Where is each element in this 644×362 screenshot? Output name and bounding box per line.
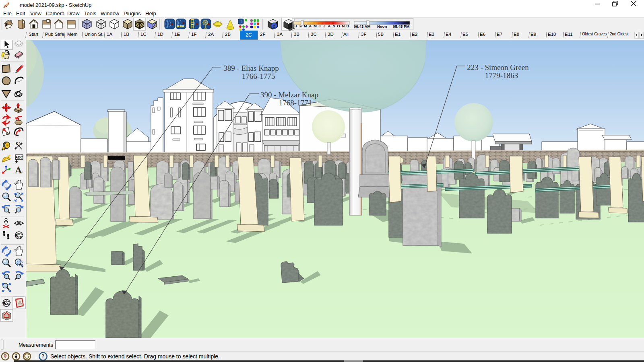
svg-text:389 - Elias Knapp: 389 - Elias Knapp: [223, 64, 279, 72]
svg-text:F: F: [299, 24, 302, 28]
svg-text:S: S: [333, 24, 335, 28]
svg-text:A: A: [309, 24, 312, 28]
svg-text:O: O: [337, 24, 340, 28]
svg-text:J: J: [295, 24, 297, 28]
svg-text:D: D: [347, 24, 349, 28]
svg-text:A: A: [328, 24, 331, 28]
svg-text:1779-1863: 1779-1863: [485, 71, 518, 80]
svg-text:M: M: [304, 24, 307, 28]
svg-text:i: i: [273, 24, 275, 29]
svg-text:?: ?: [42, 354, 45, 360]
svg-text:06:43 AM: 06:43 AM: [354, 24, 370, 29]
svg-text:M: M: [314, 24, 317, 28]
svg-text:N: N: [342, 24, 345, 28]
svg-text:5: 5: [19, 142, 21, 145]
svg-text:1768-1771: 1768-1771: [279, 99, 312, 107]
svg-text:ABC: ABC: [15, 155, 23, 159]
svg-text:J: J: [323, 24, 325, 28]
svg-text:390 - Melzar Knap: 390 - Melzar Knap: [260, 90, 318, 99]
svg-text:1766-1775: 1766-1775: [242, 72, 275, 80]
svg-text:J: J: [318, 24, 320, 28]
svg-text:05:45 PM: 05:45 PM: [393, 24, 409, 29]
svg-text:223 - Simeon Green: 223 - Simeon Green: [467, 63, 529, 72]
svg-text:Noon: Noon: [377, 24, 387, 29]
